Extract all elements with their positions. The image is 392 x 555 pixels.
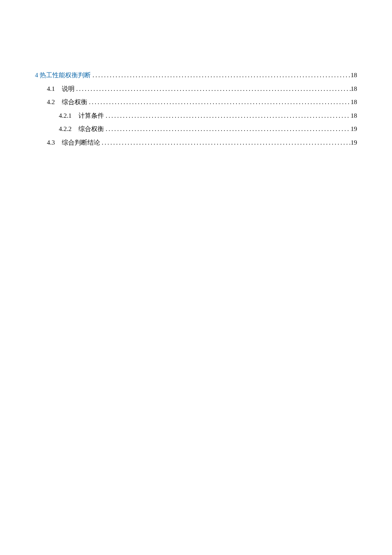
toc-leader (104, 124, 351, 134)
toc-label: 4.2.1计算条件 (59, 111, 104, 121)
toc-leader (91, 70, 351, 80)
toc-page-number: 19 (351, 138, 357, 148)
toc-leader (104, 111, 351, 121)
toc-label: 4.1说明 (47, 84, 75, 94)
toc-entry-level-2[interactable]: 4.3综合判断结论 19 (35, 138, 357, 148)
toc-label: 4.2.2综合权衡 (59, 124, 104, 134)
toc-label: 4.3综合判断结论 (47, 138, 100, 148)
toc-page-number: 18 (351, 97, 357, 107)
toc-label: 4.2综合权衡 (47, 97, 87, 107)
toc-page-number: 18 (351, 84, 357, 94)
toc-leader (87, 97, 351, 107)
toc-page-number: 19 (351, 124, 357, 134)
toc-page-number: 18 (351, 111, 357, 121)
toc-entry-level-2[interactable]: 4.2综合权衡 18 (35, 97, 357, 107)
toc-entry-level-2[interactable]: 4.1说明 18 (35, 84, 357, 94)
toc-entry-level-1[interactable]: 4 热工性能权衡判断 18 (35, 70, 357, 80)
table-of-contents: 4 热工性能权衡判断 18 4.1说明 18 4.2综合权衡 18 4.2.1计… (35, 70, 357, 147)
toc-page-number: 18 (351, 70, 357, 80)
toc-entry-level-3[interactable]: 4.2.1计算条件 18 (35, 111, 357, 121)
toc-label: 4 热工性能权衡判断 (35, 70, 91, 80)
toc-leader (75, 84, 351, 94)
toc-entry-level-3[interactable]: 4.2.2综合权衡 19 (35, 124, 357, 134)
toc-leader (100, 138, 351, 148)
